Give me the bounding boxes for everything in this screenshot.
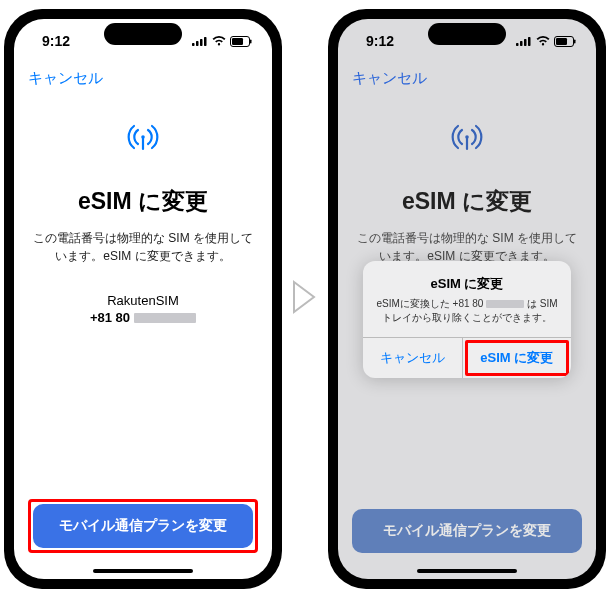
wifi-icon — [212, 36, 226, 46]
page-title: eSIM に変更 — [78, 186, 208, 217]
svg-rect-12 — [528, 37, 531, 46]
phone-frame-left: 9:12 キャンセル eSIM に変更 この電話番号は物理的な SIM を使用し… — [4, 9, 282, 589]
alert-title: eSIM に変更 — [375, 275, 559, 293]
phone-frame-right: 9:12 キャンセル eSIM に変更 この電話番号は物理的な SIM を使用し… — [328, 9, 606, 589]
svg-rect-5 — [232, 38, 243, 45]
svg-rect-1 — [196, 41, 199, 46]
carrier-label: RakutenSIM — [107, 293, 179, 308]
svg-rect-11 — [524, 39, 527, 46]
redacted-number — [134, 313, 196, 323]
home-indicator[interactable] — [93, 569, 193, 573]
screen-left: 9:12 キャンセル eSIM に変更 この電話番号は物理的な SIM を使用し… — [14, 19, 272, 579]
footer: モバイル通信プランを変更 — [14, 499, 272, 579]
wifi-icon — [536, 36, 550, 46]
svg-rect-6 — [250, 39, 252, 43]
main-content: eSIM に変更 この電話番号は物理的な SIM を使用しています。eSIM に… — [14, 92, 272, 499]
alert-message: eSIMに変換した +81 80 は SIMトレイから取り除くことができます。 — [375, 297, 559, 325]
svg-rect-14 — [556, 38, 567, 45]
flow-arrow-icon — [292, 280, 318, 318]
dynamic-island — [104, 23, 182, 45]
cancel-link[interactable]: キャンセル — [28, 69, 103, 86]
alert-buttons: キャンセル eSIM に変更 — [363, 337, 571, 378]
alert-confirm-button[interactable]: eSIM に変更 — [465, 340, 570, 376]
antenna-icon — [122, 116, 164, 162]
alert-cancel-button[interactable]: キャンセル — [363, 338, 463, 378]
tutorial-highlight: モバイル通信プランを変更 — [28, 499, 258, 553]
phone-number: +81 80 — [90, 310, 196, 325]
status-icons — [192, 36, 252, 47]
battery-icon — [554, 36, 576, 47]
svg-rect-15 — [574, 39, 576, 43]
confirmation-alert: eSIM に変更 eSIMに変換した +81 80 は SIMトレイから取り除く… — [363, 261, 571, 378]
signal-icon — [516, 36, 532, 46]
svg-rect-3 — [204, 37, 207, 46]
status-icons — [516, 36, 576, 47]
svg-rect-9 — [516, 43, 519, 46]
screen-right: 9:12 キャンセル eSIM に変更 この電話番号は物理的な SIM を使用し… — [338, 19, 596, 579]
svg-rect-10 — [520, 41, 523, 46]
status-time: 9:12 — [366, 33, 394, 49]
change-plan-button[interactable]: モバイル通信プランを変更 — [33, 504, 253, 548]
battery-icon — [230, 36, 252, 47]
dynamic-island — [428, 23, 506, 45]
svg-rect-2 — [200, 39, 203, 46]
redacted-number — [486, 300, 524, 308]
alert-overlay: eSIM に変更 eSIMに変換した +81 80 は SIMトレイから取り除く… — [338, 59, 596, 579]
nav-bar: キャンセル — [14, 63, 272, 92]
svg-rect-0 — [192, 43, 195, 46]
status-time: 9:12 — [42, 33, 70, 49]
signal-icon — [192, 36, 208, 46]
page-description: この電話番号は物理的な SIM を使用しています。eSIM に変更できます。 — [32, 229, 254, 265]
